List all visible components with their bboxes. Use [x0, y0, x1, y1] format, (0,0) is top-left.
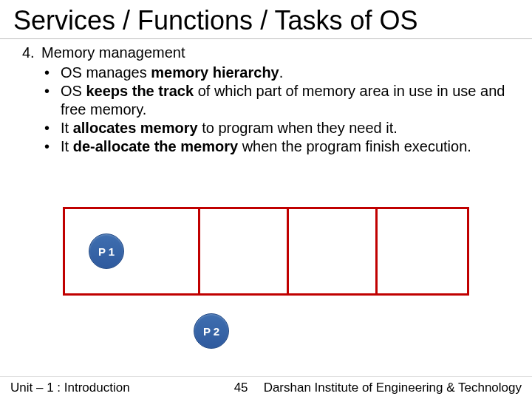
- list-heading: Memory management: [41, 44, 185, 62]
- text-bold: memory hierarchy: [151, 64, 279, 81]
- text: to program when they need it.: [198, 120, 398, 136]
- text: It: [61, 120, 73, 136]
- text-bold: keeps the track: [86, 83, 194, 99]
- bullet-4: It de-allocate the memory when the progr…: [44, 137, 510, 156]
- slide-footer: Unit – 1 : Introduction 45 Darshan Insti…: [0, 376, 532, 399]
- bullet-list: OS manages memory hierarchy. OS keeps th…: [44, 64, 510, 156]
- bullet-3: It allocates memory to program when they…: [44, 119, 510, 137]
- footer-institute: Darshan Institute of Engineering & Techn…: [264, 381, 522, 395]
- bullet-1: OS manages memory hierarchy.: [44, 64, 510, 82]
- bullet-2: OS keeps the track of which part of memo…: [44, 82, 510, 119]
- process-p1-circle: P 1: [89, 233, 124, 269]
- text: when the program finish execution.: [238, 138, 471, 154]
- list-number: 4.: [22, 44, 41, 62]
- text: OS manages: [61, 64, 151, 81]
- process-p2-circle: P 2: [194, 313, 229, 349]
- text: It: [61, 138, 73, 154]
- text: OS: [61, 83, 86, 99]
- slide-title: Services / Functions / Tasks of OS: [0, 0, 532, 39]
- text-bold: de-allocate the memory: [73, 138, 238, 154]
- footer-unit: Unit – 1 : Introduction: [10, 381, 130, 395]
- list-item-4: 4. Memory management: [22, 44, 510, 62]
- memory-divider: [198, 209, 200, 293]
- memory-divider: [375, 209, 378, 293]
- footer-page-number: 45: [130, 381, 264, 395]
- text: .: [279, 64, 284, 81]
- text-bold: allocates memory: [73, 120, 198, 136]
- content-area: 4. Memory management OS manages memory h…: [0, 39, 532, 156]
- memory-divider: [287, 209, 289, 293]
